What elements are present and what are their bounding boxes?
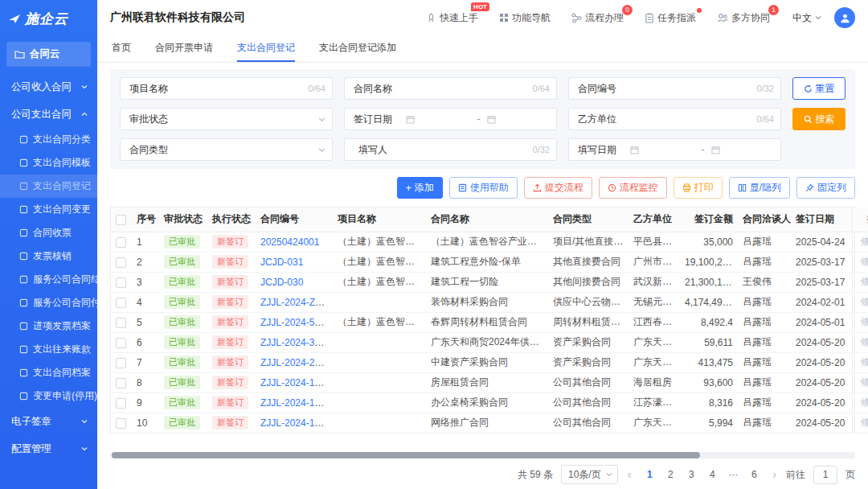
row-checkbox[interactable] xyxy=(116,298,126,308)
reset-button[interactable]: 重置 xyxy=(792,77,845,100)
sidebar-item-contract-cloud[interactable]: 合同云 xyxy=(6,42,91,67)
sidebar-item-label: 变更申请(停用) xyxy=(33,389,97,403)
print-button[interactable]: 打印 xyxy=(674,177,723,199)
row-checkbox[interactable] xyxy=(116,277,126,288)
sidebar-item-change-request-disabled[interactable]: 变更申请(停用) xyxy=(0,384,97,408)
submit-flow-button[interactable]: 提交流程 xyxy=(524,177,592,199)
exec-status-badge: 新签订 xyxy=(212,275,248,289)
row-checkbox[interactable] xyxy=(116,338,126,348)
contract-code-link[interactable]: ZJJL-2024-5001 xyxy=(260,317,330,328)
sidebar-item-expense-current-account[interactable]: 支出往来账款 xyxy=(0,338,97,361)
help-button[interactable]: 使用帮助 xyxy=(449,177,518,199)
scrollbar-thumb[interactable] xyxy=(112,452,700,458)
show-hide-columns-button[interactable]: 显/隐列 xyxy=(729,177,790,199)
add-button[interactable]: + 添加 xyxy=(397,177,443,199)
search-button[interactable]: 搜索 xyxy=(792,108,845,130)
sidebar-group-1[interactable]: 公司支出合同 xyxy=(0,101,97,128)
topnav-item-4[interactable]: 多方协同1 xyxy=(717,11,770,25)
date-end-input[interactable] xyxy=(482,109,557,129)
contract-code-link[interactable]: ZJJL-2024-1002 xyxy=(260,397,330,409)
tab-3[interactable]: 支出合同登记添加 xyxy=(319,35,396,62)
sidebar-group-2[interactable]: 电子签章 xyxy=(0,408,97,435)
filter-filler[interactable]: 填写人 0/32 xyxy=(344,138,557,161)
filter-sign-date[interactable]: 签订日期 - xyxy=(344,108,557,130)
edit-link[interactable]: 修改 xyxy=(861,316,868,327)
edit-link[interactable]: 修改 xyxy=(861,236,868,247)
row-checkbox[interactable] xyxy=(116,257,126,268)
page-size-select[interactable]: 10条/页 xyxy=(561,465,618,484)
tab-2[interactable]: 支出合同登记 xyxy=(237,35,295,62)
sidebar-item-service-contract-pay[interactable]: 服务公司合同付款 xyxy=(0,291,97,314)
filter-contract-type[interactable]: 合同类型 xyxy=(120,138,333,161)
topnav-item-2[interactable]: 流程办理0 xyxy=(571,11,624,25)
topnav-item-3[interactable]: 任务指派 xyxy=(645,11,696,25)
contract-code-link[interactable]: ZJJL-2024-1001 xyxy=(260,417,330,429)
row-checkbox[interactable] xyxy=(116,358,126,368)
topnav-label: 任务指派 xyxy=(657,11,696,25)
date-start-input[interactable] xyxy=(401,109,476,129)
page-number-3[interactable]: 3 xyxy=(682,466,700,483)
row-checkbox[interactable] xyxy=(116,318,126,328)
sidebar-group-3[interactable]: 配置管理 xyxy=(0,435,97,462)
app-logo[interactable]: 施企云 xyxy=(0,0,97,37)
contract-code-link[interactable]: 20250424001 xyxy=(260,236,319,248)
page-number-6[interactable]: 6 xyxy=(745,466,763,483)
sidebar-item-expense-contract-template[interactable]: 支出合同模板 xyxy=(0,151,97,175)
filter-contract-code[interactable]: 合同编号 0/32 xyxy=(568,77,781,100)
edit-link[interactable]: 修改 xyxy=(861,376,868,388)
edit-link[interactable]: 修改 xyxy=(861,336,868,347)
flow-monitor-button[interactable]: 流程监控 xyxy=(599,177,667,199)
contract-code-link[interactable]: JCJD-031 xyxy=(260,257,303,268)
contract-code-link[interactable]: ZJJL-2024-2001 xyxy=(260,357,330,368)
cell-approval-status: 已审批 xyxy=(159,392,207,413)
date-end-input[interactable] xyxy=(706,139,781,160)
edit-link[interactable]: 修改 xyxy=(861,276,868,287)
row-checkbox[interactable] xyxy=(116,418,126,429)
sidebar-item-expense-contract-register[interactable]: 支出合同登记 xyxy=(0,175,97,198)
horizontal-scrollbar[interactable] xyxy=(110,452,855,458)
sidebar-item-service-contract-settle[interactable]: 服务公司合同结算 xyxy=(0,268,97,291)
page-number-4[interactable]: 4 xyxy=(703,466,721,483)
user-avatar[interactable] xyxy=(834,7,855,28)
row-checkbox[interactable] xyxy=(116,237,126,248)
date-start-input[interactable] xyxy=(625,139,700,160)
contract-code-link[interactable]: JCJD-030 xyxy=(260,277,303,288)
filter-fill-date[interactable]: 填写日期 - xyxy=(568,138,781,161)
contract-code-link[interactable]: ZJJL-2024-Z001 xyxy=(260,297,331,308)
filter-approval-status[interactable]: 审批状态 xyxy=(120,108,333,130)
language-selector[interactable]: 中文 xyxy=(792,11,821,25)
sidebar-group-0[interactable]: 公司收入合同 xyxy=(0,73,97,101)
sidebar-item-contract-invoice-receive[interactable]: 合同收票 xyxy=(0,221,97,244)
row-checkbox[interactable] xyxy=(116,398,126,409)
topnav-item-0[interactable]: 快速上手HOT xyxy=(426,11,478,25)
sidebar-item-invoice-verification[interactable]: 发票核销 xyxy=(0,244,97,268)
contract-code-link[interactable]: ZJJL-2024-1003 xyxy=(260,377,330,388)
tab-1[interactable]: 合同开票申请 xyxy=(155,35,213,62)
edit-link[interactable]: 修改 xyxy=(861,417,868,428)
page-number-1[interactable]: 1 xyxy=(641,466,658,483)
goto-page-input[interactable] xyxy=(813,466,837,484)
sidebar-item-input-invoice-archive[interactable]: 进项发票档案 xyxy=(0,314,97,338)
edit-link[interactable]: 修改 xyxy=(861,397,868,408)
prev-page-button[interactable]: ‹ xyxy=(626,468,633,481)
cell-party-b: 平邑县… xyxy=(628,232,680,252)
tab-0[interactable]: 首页 xyxy=(112,35,131,62)
filter-project-name[interactable]: 项目名称 0/64 xyxy=(120,77,333,100)
sidebar-item-expense-contract-category[interactable]: 支出合同分类 xyxy=(0,128,97,151)
filter-party-b[interactable]: 乙方单位 0/64 xyxy=(568,108,781,130)
row-checkbox[interactable] xyxy=(116,378,126,388)
sidebar-item-expense-contract-archive[interactable]: 支出合同档案 xyxy=(0,361,97,384)
edit-link[interactable]: 修改 xyxy=(861,356,868,368)
next-page-button[interactable]: › xyxy=(771,468,778,481)
edit-link[interactable]: 修改 xyxy=(861,296,868,307)
cell-select xyxy=(111,332,132,352)
fixed-columns-button[interactable]: 固定列 xyxy=(796,177,855,199)
chevron-up-icon xyxy=(81,111,88,117)
filter-contract-name[interactable]: 合同名称 0/64 xyxy=(344,77,557,100)
sidebar-item-expense-contract-change[interactable]: 支出合同变更 xyxy=(0,198,97,221)
contract-code-link[interactable]: ZJJL-2024-3001 xyxy=(260,337,330,348)
edit-link[interactable]: 修改 xyxy=(861,256,868,267)
topnav-item-1[interactable]: 功能导航 xyxy=(499,11,551,25)
select-all-checkbox[interactable] xyxy=(116,215,126,225)
page-number-2[interactable]: 2 xyxy=(661,466,679,483)
